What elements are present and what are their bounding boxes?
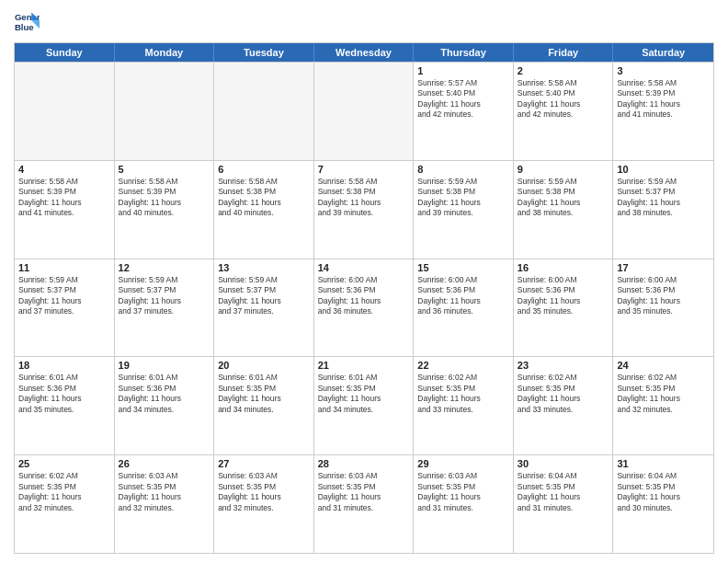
day-number: 25 bbox=[18, 458, 110, 469]
calendar-cell: 2Sunrise: 5:58 AM Sunset: 5:40 PM Daylig… bbox=[514, 63, 614, 160]
calendar-cell: 15Sunrise: 6:00 AM Sunset: 5:36 PM Dayli… bbox=[414, 259, 514, 357]
day-info: Sunrise: 5:58 AM Sunset: 5:40 PM Dayligh… bbox=[518, 78, 609, 121]
day-info: Sunrise: 5:58 AM Sunset: 5:39 PM Dayligh… bbox=[18, 177, 110, 219]
logo-icon: General Blue bbox=[14, 9, 40, 35]
day-number: 18 bbox=[18, 360, 110, 371]
day-number: 27 bbox=[218, 458, 310, 469]
day-info: Sunrise: 6:03 AM Sunset: 5:35 PM Dayligh… bbox=[218, 471, 310, 513]
day-info: Sunrise: 5:59 AM Sunset: 5:38 PM Dayligh… bbox=[518, 177, 609, 219]
weekday-header: Saturday bbox=[613, 43, 713, 62]
weekday-header: Wednesday bbox=[314, 43, 415, 62]
calendar-cell: 27Sunrise: 6:03 AM Sunset: 5:35 PM Dayli… bbox=[214, 455, 314, 553]
calendar-row: 25Sunrise: 6:02 AM Sunset: 5:35 PM Dayli… bbox=[15, 454, 713, 553]
calendar-cell: 29Sunrise: 6:03 AM Sunset: 5:35 PM Dayli… bbox=[414, 455, 514, 553]
calendar-cell: 19Sunrise: 6:01 AM Sunset: 5:36 PM Dayli… bbox=[115, 357, 215, 454]
day-info: Sunrise: 6:00 AM Sunset: 5:36 PM Dayligh… bbox=[617, 275, 710, 317]
weekday-header: Sunday bbox=[15, 43, 115, 62]
day-info: Sunrise: 6:02 AM Sunset: 5:35 PM Dayligh… bbox=[417, 373, 509, 415]
day-info: Sunrise: 5:58 AM Sunset: 5:39 PM Dayligh… bbox=[617, 78, 710, 121]
calendar-cell bbox=[15, 63, 115, 160]
day-number: 7 bbox=[318, 164, 410, 175]
day-number: 15 bbox=[417, 262, 509, 273]
day-info: Sunrise: 6:04 AM Sunset: 5:35 PM Dayligh… bbox=[617, 471, 710, 513]
day-number: 26 bbox=[119, 458, 210, 469]
day-info: Sunrise: 5:59 AM Sunset: 5:37 PM Dayligh… bbox=[617, 177, 710, 219]
day-info: Sunrise: 6:00 AM Sunset: 5:36 PM Dayligh… bbox=[318, 275, 410, 317]
day-number: 5 bbox=[119, 164, 210, 175]
day-number: 6 bbox=[218, 164, 310, 175]
day-info: Sunrise: 5:57 AM Sunset: 5:40 PM Dayligh… bbox=[417, 78, 509, 121]
day-info: Sunrise: 6:01 AM Sunset: 5:35 PM Dayligh… bbox=[218, 373, 310, 415]
calendar-cell: 5Sunrise: 5:58 AM Sunset: 5:39 PM Daylig… bbox=[115, 161, 215, 259]
calendar-body: 1Sunrise: 5:57 AM Sunset: 5:40 PM Daylig… bbox=[15, 62, 713, 553]
calendar-row: 18Sunrise: 6:01 AM Sunset: 5:36 PM Dayli… bbox=[15, 356, 713, 454]
day-number: 10 bbox=[617, 164, 710, 175]
calendar-cell: 25Sunrise: 6:02 AM Sunset: 5:35 PM Dayli… bbox=[15, 455, 115, 553]
day-info: Sunrise: 6:02 AM Sunset: 5:35 PM Dayligh… bbox=[18, 471, 110, 513]
day-info: Sunrise: 6:01 AM Sunset: 5:36 PM Dayligh… bbox=[18, 373, 110, 415]
day-info: Sunrise: 6:03 AM Sunset: 5:35 PM Dayligh… bbox=[119, 471, 210, 513]
calendar-cell bbox=[214, 63, 314, 160]
day-number: 13 bbox=[218, 262, 310, 273]
day-number: 22 bbox=[417, 360, 509, 371]
day-info: Sunrise: 6:00 AM Sunset: 5:36 PM Dayligh… bbox=[518, 275, 609, 317]
calendar-header: SundayMondayTuesdayWednesdayThursdayFrid… bbox=[15, 43, 713, 62]
calendar-cell: 23Sunrise: 6:02 AM Sunset: 5:35 PM Dayli… bbox=[514, 357, 614, 454]
day-number: 21 bbox=[318, 360, 410, 371]
calendar-cell: 10Sunrise: 5:59 AM Sunset: 5:37 PM Dayli… bbox=[613, 161, 713, 259]
day-info: Sunrise: 6:02 AM Sunset: 5:35 PM Dayligh… bbox=[518, 373, 609, 415]
day-info: Sunrise: 6:03 AM Sunset: 5:35 PM Dayligh… bbox=[417, 471, 509, 513]
day-number: 11 bbox=[18, 262, 110, 273]
calendar-cell: 20Sunrise: 6:01 AM Sunset: 5:35 PM Dayli… bbox=[214, 357, 314, 454]
calendar-cell: 28Sunrise: 6:03 AM Sunset: 5:35 PM Dayli… bbox=[314, 455, 415, 553]
calendar-cell: 30Sunrise: 6:04 AM Sunset: 5:35 PM Dayli… bbox=[514, 455, 614, 553]
calendar-cell: 8Sunrise: 5:59 AM Sunset: 5:38 PM Daylig… bbox=[414, 161, 514, 259]
page-header: General Blue bbox=[14, 9, 714, 35]
calendar-cell: 18Sunrise: 6:01 AM Sunset: 5:36 PM Dayli… bbox=[15, 357, 115, 454]
calendar-cell bbox=[314, 63, 415, 160]
day-number: 2 bbox=[518, 65, 609, 76]
calendar: SundayMondayTuesdayWednesdayThursdayFrid… bbox=[14, 42, 714, 554]
calendar-cell: 11Sunrise: 5:59 AM Sunset: 5:37 PM Dayli… bbox=[15, 259, 115, 357]
weekday-header: Friday bbox=[514, 43, 614, 62]
calendar-cell: 12Sunrise: 5:59 AM Sunset: 5:37 PM Dayli… bbox=[115, 259, 215, 357]
calendar-row: 4Sunrise: 5:58 AM Sunset: 5:39 PM Daylig… bbox=[15, 160, 713, 259]
day-info: Sunrise: 5:58 AM Sunset: 5:39 PM Dayligh… bbox=[119, 177, 210, 219]
day-info: Sunrise: 6:01 AM Sunset: 5:36 PM Dayligh… bbox=[119, 373, 210, 415]
calendar-cell: 16Sunrise: 6:00 AM Sunset: 5:36 PM Dayli… bbox=[514, 259, 614, 357]
day-number: 17 bbox=[617, 262, 710, 273]
calendar-cell: 4Sunrise: 5:58 AM Sunset: 5:39 PM Daylig… bbox=[15, 161, 115, 259]
weekday-header: Monday bbox=[115, 43, 215, 62]
day-number: 19 bbox=[119, 360, 210, 371]
day-number: 9 bbox=[518, 164, 609, 175]
day-number: 14 bbox=[318, 262, 410, 273]
weekday-header: Tuesday bbox=[214, 43, 314, 62]
calendar-cell: 9Sunrise: 5:59 AM Sunset: 5:38 PM Daylig… bbox=[514, 161, 614, 259]
calendar-row: 11Sunrise: 5:59 AM Sunset: 5:37 PM Dayli… bbox=[15, 259, 713, 357]
calendar-cell: 26Sunrise: 6:03 AM Sunset: 5:35 PM Dayli… bbox=[115, 455, 215, 553]
day-info: Sunrise: 6:03 AM Sunset: 5:35 PM Dayligh… bbox=[318, 471, 410, 513]
calendar-cell: 6Sunrise: 5:58 AM Sunset: 5:38 PM Daylig… bbox=[214, 161, 314, 259]
calendar-cell: 14Sunrise: 6:00 AM Sunset: 5:36 PM Dayli… bbox=[314, 259, 415, 357]
calendar-row: 1Sunrise: 5:57 AM Sunset: 5:40 PM Daylig… bbox=[15, 62, 713, 160]
day-number: 3 bbox=[617, 65, 710, 76]
calendar-cell: 22Sunrise: 6:02 AM Sunset: 5:35 PM Dayli… bbox=[414, 357, 514, 454]
day-number: 24 bbox=[617, 360, 710, 371]
calendar-cell: 7Sunrise: 5:58 AM Sunset: 5:38 PM Daylig… bbox=[314, 161, 415, 259]
day-number: 8 bbox=[417, 164, 509, 175]
day-info: Sunrise: 6:02 AM Sunset: 5:35 PM Dayligh… bbox=[617, 373, 710, 415]
calendar-cell bbox=[115, 63, 215, 160]
calendar-cell: 17Sunrise: 6:00 AM Sunset: 5:36 PM Dayli… bbox=[613, 259, 713, 357]
calendar-cell: 13Sunrise: 5:59 AM Sunset: 5:37 PM Dayli… bbox=[214, 259, 314, 357]
day-info: Sunrise: 5:59 AM Sunset: 5:37 PM Dayligh… bbox=[18, 275, 110, 317]
day-info: Sunrise: 5:59 AM Sunset: 5:38 PM Dayligh… bbox=[417, 177, 509, 219]
logo: General Blue bbox=[14, 9, 45, 35]
day-info: Sunrise: 5:59 AM Sunset: 5:37 PM Dayligh… bbox=[218, 275, 310, 317]
calendar-cell: 31Sunrise: 6:04 AM Sunset: 5:35 PM Dayli… bbox=[613, 455, 713, 553]
day-number: 4 bbox=[18, 164, 110, 175]
day-number: 30 bbox=[518, 458, 609, 469]
svg-text:Blue: Blue bbox=[15, 22, 34, 32]
day-info: Sunrise: 6:00 AM Sunset: 5:36 PM Dayligh… bbox=[417, 275, 509, 317]
day-info: Sunrise: 5:58 AM Sunset: 5:38 PM Dayligh… bbox=[218, 177, 310, 219]
day-number: 23 bbox=[518, 360, 609, 371]
